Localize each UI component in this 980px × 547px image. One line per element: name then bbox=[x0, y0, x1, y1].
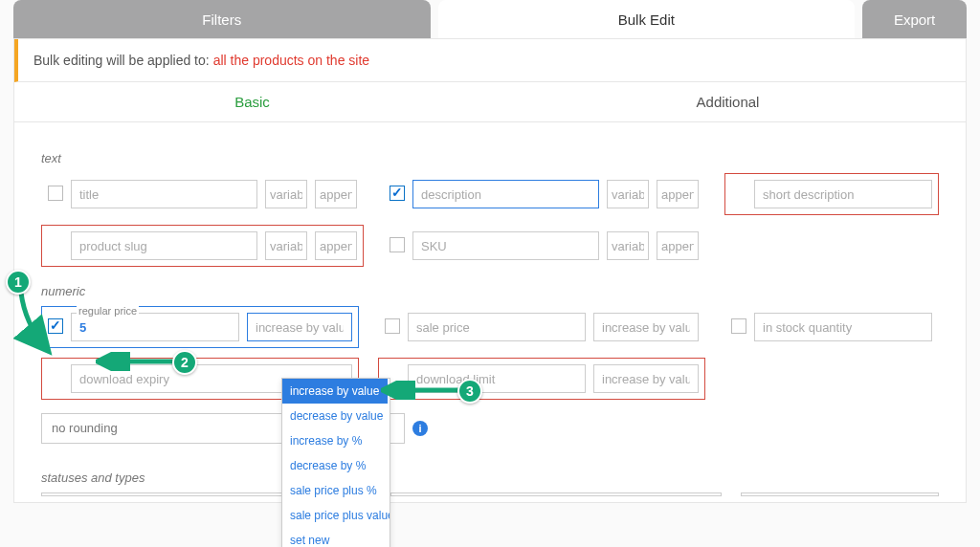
input-title-append[interactable] bbox=[315, 180, 357, 208]
field-in-stock-quantity bbox=[724, 306, 939, 348]
annotation-arrow-2 bbox=[96, 352, 182, 371]
checkbox-title[interactable] bbox=[48, 186, 63, 201]
label-regular-price: regular price bbox=[77, 305, 139, 317]
tab-filters[interactable]: Filters bbox=[13, 0, 431, 38]
page-panel: Bulk editing will be applied to: all the… bbox=[13, 38, 967, 503]
input-description-variable[interactable] bbox=[607, 180, 649, 208]
subtabs: Basic Additional bbox=[14, 82, 966, 122]
field-product-slug bbox=[41, 225, 364, 267]
select-regular-price-mode[interactable] bbox=[247, 313, 352, 341]
info-icon[interactable]: i bbox=[412, 421, 428, 436]
select-sale-price-mode[interactable] bbox=[593, 313, 699, 341]
checkbox-sku[interactable] bbox=[390, 237, 405, 252]
option-set-new[interactable]: set new bbox=[282, 528, 390, 547]
option-increase-by-percent[interactable]: increase by % bbox=[282, 428, 390, 453]
section-label-statuses: statuses and types bbox=[41, 470, 939, 485]
option-decrease-by-percent[interactable]: decrease by % bbox=[282, 453, 390, 478]
input-product-slug-append[interactable] bbox=[315, 231, 357, 260]
input-title-variable[interactable] bbox=[265, 180, 307, 208]
field-title bbox=[41, 173, 364, 215]
checkbox-description[interactable] bbox=[390, 186, 405, 201]
input-product-slug[interactable] bbox=[71, 231, 257, 260]
annotation-badge-1: 1 bbox=[6, 270, 31, 295]
option-sale-price-plus-percent[interactable]: sale price plus % bbox=[282, 478, 390, 503]
input-in-stock-quantity[interactable] bbox=[754, 313, 932, 341]
section-label-numeric: numeric bbox=[41, 284, 939, 298]
select-download-limit-mode[interactable] bbox=[593, 364, 699, 393]
notice-prefix: Bulk editing will be applied to: bbox=[33, 53, 210, 68]
checkbox-in-stock-quantity[interactable] bbox=[731, 318, 746, 334]
subtab-additional[interactable]: Additional bbox=[490, 82, 966, 121]
annotation-badge-3: 3 bbox=[457, 379, 482, 404]
notice-target: all the products on the site bbox=[213, 53, 369, 68]
option-increase-by-value[interactable]: increase by value bbox=[282, 379, 388, 404]
annotation-arrow-1 bbox=[13, 285, 61, 361]
field-regular-price: regular price bbox=[41, 306, 359, 348]
notice-bar: Bulk editing will be applied to: all the… bbox=[14, 39, 966, 82]
input-title[interactable] bbox=[71, 180, 257, 208]
input-sku-variable[interactable] bbox=[607, 231, 649, 260]
subtab-basic[interactable]: Basic bbox=[14, 82, 490, 121]
annotation-arrow-3 bbox=[381, 381, 467, 400]
main-tabs: Filters Bulk Edit Export bbox=[0, 0, 980, 38]
option-decrease-by-value[interactable]: decrease by value bbox=[282, 404, 390, 428]
field-description bbox=[383, 173, 705, 215]
input-sku-append[interactable] bbox=[657, 231, 699, 260]
content-area: text bbox=[14, 122, 966, 502]
option-sale-price-plus-value[interactable]: sale price plus value bbox=[282, 503, 390, 528]
field-short-description bbox=[724, 173, 939, 215]
checkbox-sale-price[interactable] bbox=[385, 318, 400, 334]
input-sale-price[interactable] bbox=[408, 313, 586, 341]
rounding-row: no rounding i bbox=[41, 413, 939, 444]
dropdown-price-mode: increase by value decrease by value incr… bbox=[281, 378, 390, 547]
tab-bulk-edit[interactable]: Bulk Edit bbox=[438, 0, 856, 38]
field-sku bbox=[383, 225, 705, 267]
input-description[interactable] bbox=[412, 180, 599, 208]
input-description-append[interactable] bbox=[657, 180, 699, 208]
section-label-text: text bbox=[41, 151, 939, 165]
input-short-description[interactable] bbox=[754, 180, 932, 208]
tab-export[interactable]: Export bbox=[862, 0, 967, 38]
input-sku[interactable] bbox=[412, 231, 599, 260]
input-product-slug-variable[interactable] bbox=[265, 231, 307, 260]
field-sale-price bbox=[378, 306, 705, 348]
input-regular-price[interactable] bbox=[71, 313, 239, 341]
annotation-badge-2: 2 bbox=[172, 350, 197, 375]
